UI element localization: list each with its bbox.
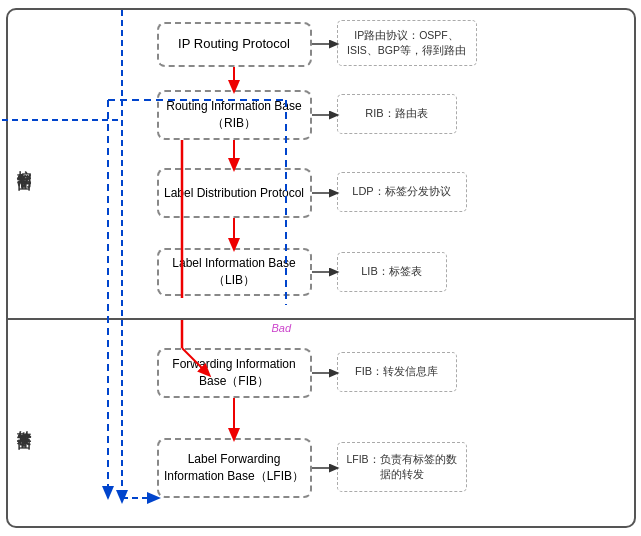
lib-label-box: LIB：标签表 (337, 252, 447, 292)
ldp-label-box: LDP：标签分发协议 (337, 172, 467, 212)
forward-plane-section: 转发平面 Bad Forwarding Information Base（FIB… (8, 320, 634, 526)
bad-label: Bad (272, 322, 292, 334)
control-plane-section: 控制平面 IP Routing Protocol Routing Informa… (8, 10, 634, 320)
forward-plane-content: Bad Forwarding Information Base（FIB） Lab… (42, 320, 634, 526)
control-plane-label: 控制平面 (8, 160, 42, 168)
ip-routing-label-box: IP路由协议：OSPF、ISIS、BGP等，得到路由 (337, 20, 477, 66)
rib-label-box: RIB：路由表 (337, 94, 457, 134)
lfib-label-box: LFIB：负责有标签的数据的转发 (337, 442, 467, 492)
control-plane-content: IP Routing Protocol Routing Information … (42, 10, 634, 318)
ldp-node: Label Distribution Protocol (157, 168, 312, 218)
fib-node: Forwarding Information Base（FIB） (157, 348, 312, 398)
fib-label-box: FIB：转发信息库 (337, 352, 457, 392)
lib-node: Label Information Base（LIB） (157, 248, 312, 296)
forward-plane-arrows (42, 320, 634, 526)
rib-node: Routing Information Base（RIB） (157, 90, 312, 140)
ip-routing-node: IP Routing Protocol (157, 22, 312, 67)
lfib-node: Label Forwarding Information Base（LFIB） (157, 438, 312, 498)
diagram-container: 控制平面 IP Routing Protocol Routing Informa… (6, 8, 636, 528)
forward-plane-label: 转发平面 (8, 419, 42, 427)
